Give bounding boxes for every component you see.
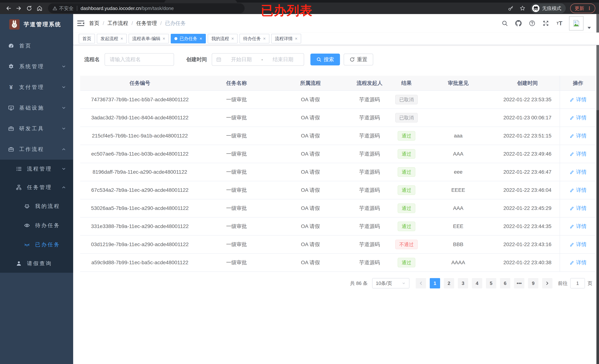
- tag-流程详情[interactable]: 流程详情×: [271, 34, 301, 44]
- close-icon[interactable]: ×: [231, 36, 234, 41]
- sidebar-item-payment[interactable]: ¥支付管理: [0, 77, 73, 98]
- sidebar-item-home[interactable]: 首页: [0, 36, 73, 56]
- detail-link[interactable]: 详情: [570, 241, 587, 248]
- page-button-9[interactable]: 9: [528, 278, 538, 288]
- detail-link[interactable]: 详情: [570, 96, 587, 103]
- avatar-caret-icon[interactable]: [588, 27, 591, 29]
- close-icon[interactable]: ×: [121, 36, 123, 41]
- update-button[interactable]: 更新 ⋮: [570, 3, 595, 13]
- sidebar-item-done-tasks[interactable]: 已办任务: [0, 235, 73, 254]
- sidebar-item-process-mgmt[interactable]: 流程管理: [0, 160, 73, 178]
- robot-face-icon: [24, 203, 30, 209]
- omnibox-divider: [77, 6, 77, 11]
- sidebar-item-task-mgmt[interactable]: 任务管理: [0, 178, 73, 197]
- insecure-warning: 不安全: [53, 5, 73, 12]
- cell-id: 53026aa5-7b9a-11ec-a290-acde48001122: [80, 199, 200, 217]
- cell-id: 67c534a2-7b9a-11ec-a290-acde48001122: [80, 181, 200, 199]
- close-icon[interactable]: ×: [163, 36, 165, 41]
- tag-发起流程[interactable]: 发起流程×: [97, 34, 127, 44]
- breadcrumb-item[interactable]: 任务管理: [136, 20, 157, 27]
- close-icon[interactable]: ×: [200, 36, 202, 41]
- cell-result: 通过: [392, 199, 421, 217]
- sidebar-collapse-icon[interactable]: [73, 20, 89, 27]
- browser-active-tab[interactable]: [164, 0, 237, 3]
- detail-link[interactable]: 详情: [570, 114, 587, 121]
- cell-action: 详情: [560, 199, 596, 217]
- search-icon[interactable]: [501, 19, 509, 27]
- page-size-select[interactable]: 10条/页: [372, 278, 409, 288]
- forward-button[interactable]: [14, 3, 24, 13]
- breadcrumb-item[interactable]: 首页: [89, 20, 99, 27]
- window-scrollbar[interactable]: [596, 14, 599, 364]
- sidebar-item-my-process[interactable]: 我的流程: [0, 197, 73, 216]
- page-button-5[interactable]: 5: [486, 278, 496, 288]
- sidebar-item-label: 系统管理: [19, 63, 62, 70]
- cell-comment: AAA: [421, 199, 495, 217]
- address-bar[interactable]: 不安全 dashboard.yudao.iocoder.cn/bpm/task/…: [48, 3, 245, 13]
- process-name-input[interactable]: [105, 53, 174, 66]
- browser-menu-icon[interactable]: ⋮: [587, 6, 592, 11]
- cell-process: OA 请假: [273, 181, 347, 199]
- cell-result: 不通过: [392, 235, 421, 254]
- fullscreen-icon[interactable]: [542, 19, 550, 27]
- detail-link[interactable]: 详情: [570, 132, 587, 139]
- reset-button[interactable]: 重置: [344, 53, 373, 65]
- detail-link[interactable]: 详情: [570, 186, 587, 194]
- cell-process: OA 请假: [273, 217, 347, 235]
- breadcrumb: 首页/工作流程/任务管理/已办任务: [89, 20, 186, 27]
- tag-已办任务[interactable]: 已办任务×: [171, 34, 206, 44]
- sidebar-item-workflow[interactable]: 工作流程: [0, 139, 73, 160]
- detail-link[interactable]: 详情: [570, 223, 587, 230]
- bookmark-star-icon[interactable]: [519, 5, 526, 12]
- update-label: 更新: [575, 5, 584, 12]
- tag-首页[interactable]: 首页: [79, 34, 95, 44]
- sidebar-item-todo-tasks[interactable]: 待办任务: [0, 216, 73, 235]
- next-page-button[interactable]: [542, 278, 552, 288]
- more-pages-button[interactable]: •••: [514, 278, 524, 288]
- sidebar-item-infra[interactable]: 基础设施: [0, 98, 73, 118]
- tag-label: 待办任务: [243, 36, 261, 42]
- date-range-picker[interactable]: 开始日期 - 结束日期: [212, 53, 304, 66]
- briefcase-icon: [8, 146, 14, 152]
- tag-流程表单-编辑[interactable]: 流程表单-编辑×: [129, 34, 169, 44]
- back-button[interactable]: [4, 3, 13, 13]
- tag-待办任务[interactable]: 待办任务×: [239, 34, 269, 44]
- detail-link[interactable]: 详情: [570, 151, 587, 157]
- pen-icon: [570, 170, 574, 174]
- page-button-6[interactable]: 6: [500, 278, 510, 288]
- password-key-icon[interactable]: [507, 5, 514, 12]
- cell-starter: 芋道源码: [347, 181, 392, 199]
- reload-button[interactable]: [24, 3, 34, 13]
- detail-link-label: 详情: [576, 186, 587, 194]
- breadcrumb-item[interactable]: 工作流程: [107, 20, 128, 27]
- close-icon[interactable]: ×: [263, 36, 266, 41]
- detail-link[interactable]: 详情: [570, 169, 587, 176]
- scrollbar-thumb[interactable]: [596, 14, 599, 110]
- help-icon[interactable]: [528, 19, 536, 27]
- goto-page-input[interactable]: [570, 278, 585, 288]
- home-button[interactable]: [35, 3, 44, 13]
- cell-id: 74736737-7b9b-11ec-b5b7-acde48001122: [80, 90, 200, 109]
- filter-form: 流程名 创建时间 开始日期 - 结束日期 搜索 重置: [80, 53, 596, 66]
- sidebar-item-system[interactable]: 系统管理: [0, 56, 73, 77]
- sidebar-item-devtools[interactable]: 研发工具: [0, 118, 73, 139]
- page-button-1[interactable]: 1: [430, 278, 440, 288]
- page-button-3[interactable]: 3: [458, 278, 468, 288]
- cell-action: 详情: [560, 163, 596, 181]
- github-icon[interactable]: [514, 19, 522, 27]
- search-button[interactable]: 搜索: [310, 53, 340, 65]
- goto-page: 前往 页: [558, 278, 592, 288]
- tag-我的流程[interactable]: 我的流程×: [208, 34, 238, 44]
- detail-link[interactable]: 详情: [570, 205, 587, 212]
- table-row: 74736737-7b9b-11ec-b5b7-acde48001122一级审批…: [80, 90, 596, 109]
- logo[interactable]: 芋道管理系统: [0, 14, 73, 35]
- table-row: 331e3388-7b9a-11ec-a290-acde48001122一级审批…: [80, 217, 596, 235]
- sidebar-item-leave-query[interactable]: 请假查询: [0, 254, 73, 273]
- page-button-4[interactable]: 4: [472, 278, 482, 288]
- close-icon[interactable]: ×: [295, 36, 298, 41]
- avatar[interactable]: [569, 16, 583, 30]
- page-button-2[interactable]: 2: [444, 278, 454, 288]
- font-size-icon[interactable]: TT: [555, 19, 564, 27]
- detail-link[interactable]: 详情: [570, 259, 587, 266]
- prev-page-button[interactable]: [416, 278, 426, 288]
